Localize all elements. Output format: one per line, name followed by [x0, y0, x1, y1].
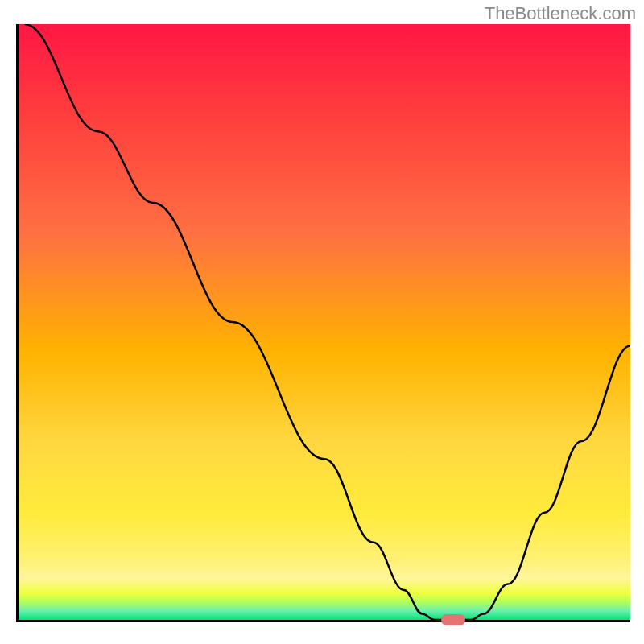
optimal-marker [441, 614, 465, 625]
plot-area [16, 24, 630, 622]
svg-rect-0 [19, 24, 630, 620]
gradient-background [19, 24, 630, 620]
watermark-text: TheBottleneck.com [485, 3, 636, 24]
chart-container: TheBottleneck.com [0, 0, 644, 644]
